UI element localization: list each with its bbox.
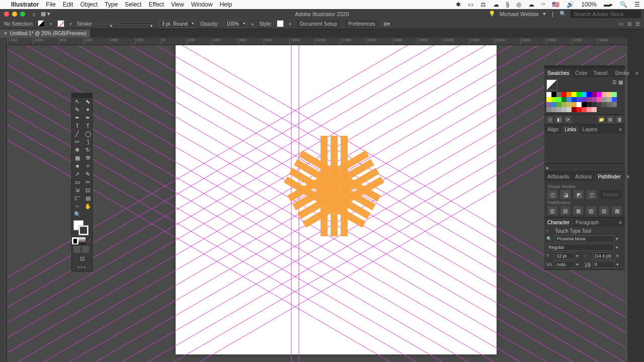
status-icon[interactable]: ▭ [468,1,473,8]
swatch-cell[interactable] [582,102,587,107]
swatch-cell[interactable] [556,97,561,102]
document-tab[interactable]: × Untitled-1* @ 25% (RGB/Preview) [0,29,91,38]
swatch-options-icon[interactable]: ⟳ [565,116,572,123]
snap-icon[interactable]: ▭ [619,21,623,27]
swatch-cell[interactable] [572,97,577,102]
tab-color[interactable]: Color [572,69,590,77]
swatch-cell[interactable] [561,102,567,107]
swatch-cell[interactable] [587,97,592,102]
pathfinder-intersect[interactable]: ◩ [574,190,584,199]
swatch-cell[interactable] [592,107,597,112]
new-swatch-icon[interactable]: ⊞ [607,116,614,123]
tab-align[interactable]: Align [544,125,561,134]
touch-type-button[interactable]: Touch Type Tool [555,228,591,234]
swatch-cell[interactable] [592,97,597,102]
swatch-cell[interactable] [587,107,592,112]
pathfinder-trim[interactable]: ▤ [560,206,571,215]
tracking-input[interactable]: 0 [593,261,615,268]
swatch-cell[interactable] [556,107,561,112]
swatch-cell[interactable] [612,97,617,102]
tool-button[interactable]: ⟆ [83,138,93,146]
swatch-cell[interactable] [612,92,617,97]
tool-button[interactable]: ★ [72,162,83,170]
minimize-button[interactable] [12,12,17,17]
fill-swatch[interactable] [38,20,45,27]
swatch-cell[interactable] [602,92,607,97]
align-icon[interactable]: ⊞▾ [383,21,390,27]
swatch-cell[interactable] [572,102,577,107]
touch-type-icon[interactable]: ⟟ [546,228,553,234]
tool-button[interactable]: ✦ [83,106,93,114]
swatch-cell[interactable] [567,92,572,97]
pathfinder-divide[interactable]: ▥ [547,206,557,215]
swatch-cell[interactable] [546,102,551,107]
close-button[interactable] [4,12,9,17]
close-tab-icon[interactable]: × [4,31,7,36]
menu-file[interactable]: File [46,1,55,8]
tool-button[interactable]: 🔍 [72,210,83,218]
tool-button[interactable]: T [83,122,93,130]
stroke-weight-input[interactable] [98,23,114,25]
swatch-cell[interactable] [567,102,572,107]
color-mode-gradient[interactable] [78,237,85,244]
stroke-swatch[interactable] [57,20,64,27]
stroke-profile[interactable] [119,23,154,25]
pathfinder-unite[interactable]: ◫ [547,190,557,199]
panel-menu-icon[interactable]: ≡ [632,69,641,77]
tool-button[interactable]: ◯ [83,130,93,138]
tool-button[interactable]: ✏ [72,138,83,146]
status-icon[interactable]: ⚖ [480,1,486,8]
swatch-cell[interactable] [567,107,572,112]
font-size-input[interactable]: 12 pt [554,252,575,259]
menu-object[interactable]: Object [80,1,98,8]
graphic-style[interactable] [277,20,284,27]
menu-window[interactable]: Window [191,1,213,8]
tab-swatches[interactable]: Swatches [544,69,572,77]
brush-cap[interactable]: 3 pt. Round [159,20,195,28]
current-swatch[interactable] [546,79,557,90]
swatch-cell[interactable] [546,107,551,112]
swatch-cell[interactable] [551,97,556,102]
doc-setup-button[interactable]: Document Setup [296,20,340,28]
menu-select[interactable]: Select [125,1,141,8]
swatch-cell[interactable] [561,97,567,102]
status-icon[interactable]: ✱ [456,1,461,8]
font-family-input[interactable]: Proxima Nova [555,235,614,242]
user-name[interactable]: Michael Webbie [500,11,539,17]
swatch-cell[interactable] [551,107,556,112]
swatch-cell[interactable] [546,92,551,97]
pathfinder-minus-front[interactable]: ◪ [560,190,571,199]
swatch-cell[interactable] [572,107,577,112]
tool-button[interactable]: ╱ [72,130,83,138]
tool-button[interactable]: ✎ [83,170,93,178]
tool-button[interactable]: ↻ [83,146,93,154]
spotlight-icon[interactable]: 🔍 [620,1,627,8]
swatch-cell[interactable] [556,92,561,97]
tool-button[interactable] [83,210,93,218]
swatch-cell[interactable] [577,92,582,97]
status-icon[interactable]: ☁ [528,1,534,8]
tool-button[interactable]: ⚒ [83,154,93,162]
tab-stroke[interactable]: Stroke [612,69,632,77]
swatch-cell[interactable] [607,102,612,107]
swatch-cell[interactable] [561,107,567,112]
menu-view[interactable]: View [171,1,184,8]
tool-button[interactable]: ✋ [83,202,93,210]
swatch-cell[interactable] [556,102,561,107]
menu-help[interactable]: Help [219,1,232,8]
tool-button[interactable]: ✒ [72,114,83,122]
pathfinder-crop[interactable]: ▧ [586,206,596,215]
tool-button[interactable]: ⬉ [83,98,93,106]
swatch-cell[interactable] [612,102,617,107]
menu-extras-icon[interactable]: ☰ [634,1,640,8]
kerning-input[interactable]: Auto [554,261,575,268]
tab-artboards[interactable]: Artboards [544,172,572,181]
swatch-cell[interactable] [572,92,577,97]
swatch-cell[interactable] [587,102,592,107]
tool-button[interactable]: ▤ [83,194,93,202]
links-expand-icon[interactable]: ▸ [546,165,549,170]
bulb-icon[interactable]: 💡 [489,11,496,17]
panel-drag-handle[interactable] [72,94,92,98]
swatch-grid-view[interactable]: ▦ [618,79,623,85]
menu-type[interactable]: Type [105,1,118,8]
